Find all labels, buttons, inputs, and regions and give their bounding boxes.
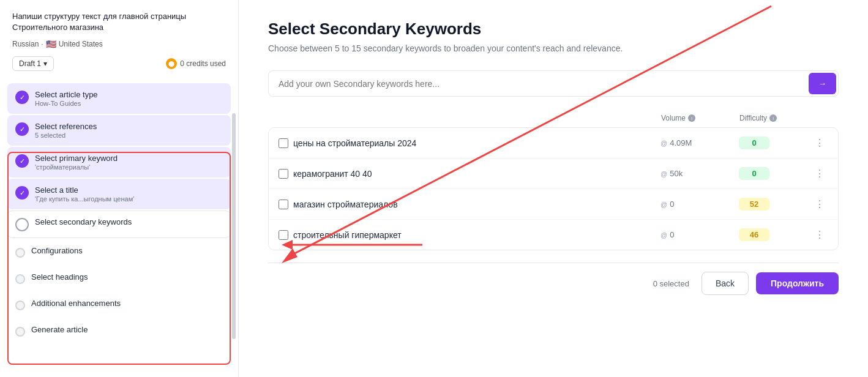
step-check-icon-primary: ✓ (15, 154, 29, 168)
step-label-generate: Generate article (31, 325, 223, 334)
step-check-icon-references: ✓ (15, 122, 29, 136)
keyword-volume-3: @ 0 (660, 230, 734, 239)
credits-label: 0 credits used (180, 59, 226, 68)
credits-display: ⬤ 0 credits used (166, 58, 226, 69)
keyword-add-input-row: → (268, 70, 839, 97)
page-title: Select Secondary Keywords (268, 20, 839, 39)
step-label-article-type: Select article type (35, 90, 223, 99)
sidebar-project-title: Напиши структуру текст для главной стран… (12, 11, 226, 33)
draft-selector[interactable]: Draft 1 ▾ (12, 56, 54, 71)
table-row: керамогранит 40 40 @ 50k 0 ⋮ (269, 159, 838, 189)
keyword-action-0[interactable]: ⋮ (811, 137, 828, 149)
sidebar-steps-list: ✓ Select article type How-To Guides ✓ Se… (0, 78, 238, 377)
sidebar-item-headings[interactable]: Select headings (7, 266, 231, 291)
sidebar-item-article-type[interactable]: ✓ Select article type How-To Guides (7, 83, 231, 114)
step-label-primary: Select primary keyword (35, 154, 223, 163)
keyword-name-3: строительный гипермаркет (293, 230, 656, 240)
sidebar-item-primary-keyword[interactable]: ✓ Select primary keyword 'стройматериалы… (7, 147, 231, 177)
table-row: магазин стройматериалов @ 0 52 ⋮ (269, 189, 838, 220)
step-circle-generate (15, 327, 25, 337)
keyword-checkbox-2[interactable] (279, 200, 288, 209)
step-label-headings: Select headings (31, 272, 223, 282)
sidebar-item-references[interactable]: ✓ Select references 5 selected (7, 115, 231, 146)
step-sub-primary: 'стройматериалы' (35, 163, 223, 171)
keyword-table: цены на стройматериалы 2024 @ 4.09M 0 ⋮ … (268, 127, 839, 250)
step-label-references: Select references (35, 122, 223, 131)
keyword-action-2[interactable]: ⋮ (811, 198, 828, 210)
header-volume: Volume i (661, 114, 735, 122)
step-label-configurations: Configurations (31, 246, 223, 255)
keyword-difficulty-3: 46 (739, 228, 806, 241)
table-row: цены на стройматериалы 2024 @ 4.09M 0 ⋮ (269, 128, 838, 159)
sidebar-scrollbar[interactable] (232, 113, 236, 340)
sidebar: Напиши структуру текст для главной стран… (0, 0, 239, 377)
language-label: Russian (12, 40, 39, 48)
sidebar-top: Напиши структуру текст для главной стран… (0, 0, 238, 78)
keyword-difficulty-0: 0 (739, 136, 806, 149)
step-sub-references: 5 selected (35, 132, 223, 139)
sidebar-item-enhancements[interactable]: Additional enhancements (7, 292, 231, 317)
step-label-title: Select a title (35, 185, 223, 195)
keyword-difficulty-1: 0 (739, 167, 806, 180)
step-check-icon-article-type: ✓ (15, 91, 29, 104)
step-circle-enhancements (15, 300, 25, 310)
keyword-volume-0: @ 4.09M (660, 138, 734, 147)
page-subtitle: Choose between 5 to 15 secondary keyword… (268, 43, 839, 53)
back-button[interactable]: Back (702, 272, 749, 295)
difficulty-info-icon[interactable]: i (769, 114, 777, 122)
keyword-name-1: керамогранит 40 40 (293, 169, 656, 179)
flag-icon: 🇺🇸 (46, 39, 56, 49)
step-circle-secondary (15, 218, 29, 231)
keyword-add-button[interactable]: → (809, 73, 836, 94)
keyword-action-3[interactable]: ⋮ (811, 229, 828, 241)
sidebar-item-configurations[interactable]: Configurations (7, 239, 231, 264)
chevron-down-icon: ▾ (43, 59, 47, 68)
step-label-secondary: Select secondary keywords (35, 217, 223, 226)
keyword-checkbox-3[interactable] (279, 230, 288, 240)
step-circle-configurations (15, 248, 25, 258)
country-label: United States (59, 40, 103, 48)
keyword-add-input[interactable] (269, 72, 807, 96)
continue-button[interactable]: Продолжить (756, 272, 839, 294)
table-row: строительный гипермаркет @ 0 46 ⋮ (269, 220, 838, 250)
keyword-name-2: магазин стройматериалов (293, 200, 656, 209)
keyword-difficulty-2: 52 (739, 198, 806, 211)
keyword-action-1[interactable]: ⋮ (811, 168, 828, 179)
arrow-right-icon: → (818, 79, 826, 88)
separator: · (41, 40, 43, 48)
table-headers: Volume i Difficulty i (268, 114, 839, 127)
keyword-volume-1: @ 50k (660, 169, 734, 178)
sidebar-item-generate[interactable]: Generate article (7, 318, 231, 343)
step-check-icon-title: ✓ (15, 186, 29, 200)
keyword-checkbox-0[interactable] (279, 138, 288, 148)
step-sub-title: 'Где купить ка...ыгодным ценам' (35, 195, 223, 203)
step-circle-headings (15, 274, 25, 284)
svg-marker-1 (282, 248, 297, 263)
keyword-checkbox-1[interactable] (279, 169, 288, 179)
credits-coin-icon: ⬤ (166, 58, 177, 69)
sidebar-draft-row: Draft 1 ▾ ⬤ 0 credits used (12, 56, 226, 71)
bottom-action-bar: 0 selected Back Продолжить (268, 263, 839, 295)
sidebar-item-secondary-keywords[interactable]: Select secondary keywords (7, 211, 231, 238)
step-sub-article-type: How-To Guides (35, 100, 223, 107)
main-content: Select Secondary Keywords Choose between… (239, 0, 868, 377)
keyword-volume-2: @ 0 (660, 200, 734, 209)
draft-label: Draft 1 (19, 59, 41, 68)
sidebar-item-title[interactable]: ✓ Select a title 'Где купить ка...ыгодны… (7, 179, 231, 209)
selected-count: 0 selected (653, 279, 689, 288)
volume-info-icon[interactable]: i (688, 114, 695, 122)
sidebar-language: Russian · 🇺🇸 United States (12, 39, 226, 49)
step-label-enhancements: Additional enhancements (31, 299, 223, 308)
keyword-name-0: цены на стройматериалы 2024 (293, 138, 656, 148)
header-difficulty: Difficulty i (739, 114, 807, 122)
